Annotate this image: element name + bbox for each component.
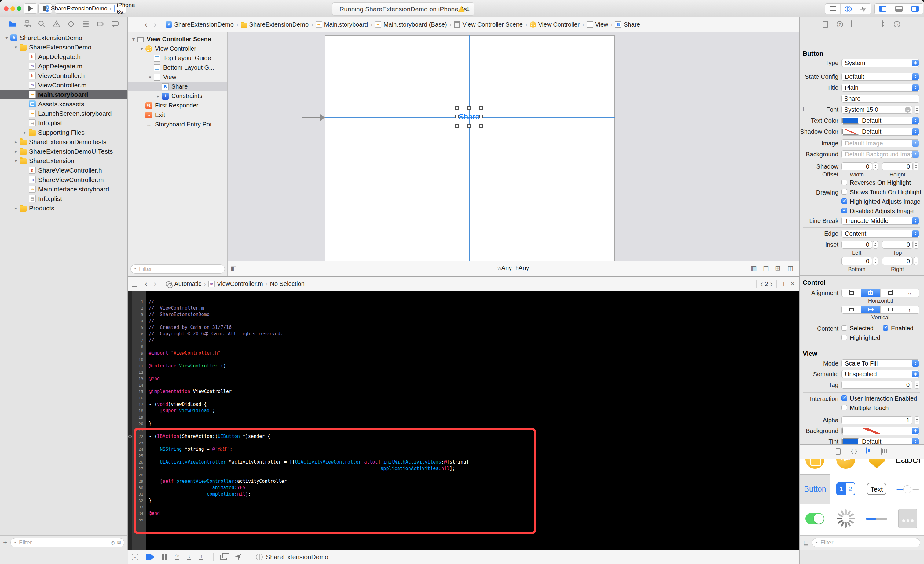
test-navigator-tab[interactable] [67,20,75,29]
shows-touch-on-highlight-checkbox[interactable] [842,189,847,194]
report-navigator-tab[interactable] [111,20,119,29]
back-button[interactable]: ‹ [142,279,151,289]
breadcrumb-item[interactable]: ViewController.m [208,280,263,287]
forward-button[interactable]: › [151,279,159,289]
breadcrumb-item[interactable]: ShareExtensionDemo [166,21,234,28]
library-item-progress-view[interactable] [861,504,892,534]
stepper[interactable] [914,162,918,171]
library-item-button[interactable]: Button [800,474,831,504]
stepper[interactable] [914,257,918,265]
pause-button[interactable] [162,554,167,560]
outline-row[interactable]: ▾View Controller [128,44,227,54]
file-row[interactable]: Info.plist [0,118,128,128]
outline-row[interactable]: Top Layout Guide [128,54,227,63]
entry-point-arrow[interactable] [303,117,321,118]
selection-handle[interactable] [467,124,471,128]
zoom-window-button[interactable] [17,6,21,11]
file-row[interactable]: ▸Products [0,203,128,213]
outline-filter-field[interactable]: ◓ Filter [130,265,225,274]
find-navigator-tab[interactable] [38,20,46,29]
next-counterpart-button[interactable]: › [768,279,775,289]
file-row[interactable]: ViewController.h [0,71,128,80]
library-filter-field[interactable]: ◓ Filter [812,538,920,547]
stepper[interactable] [915,381,920,389]
outline-row[interactable]: Storyboard Entry Poi... [128,120,227,129]
library-view-toggle-icon[interactable]: ▤ [803,539,809,546]
alignment-segment[interactable]: ↔ [900,289,920,296]
alignment-segment[interactable] [842,289,861,296]
horizontal-alignment-control[interactable]: ↔ [842,289,920,297]
run-button[interactable] [24,3,37,14]
outline-row[interactable]: Share [128,82,227,91]
library-item-avplayer-controller[interactable]: «▶» [831,459,861,474]
left-field[interactable]: 0 [842,241,872,248]
disclosure-triangle[interactable]: ▸ [12,205,20,211]
file-row[interactable]: ▸ShareExtensionDemoUITests [0,147,128,156]
file-row[interactable]: Main.storyboard [0,90,128,99]
outline-row[interactable]: ▸Constraints [128,91,227,101]
resolve-issues-icon[interactable]: ◫ [788,265,794,272]
type-dropdown[interactable]: System [842,59,920,67]
disabled-adjusts-image-checkbox[interactable] [842,208,847,214]
step-out-button[interactable]: ↑ [199,554,204,560]
disclosure-triangle[interactable]: ▾ [12,158,20,164]
disclosure-triangle[interactable]: ▸ [154,93,162,99]
selection-handle[interactable] [479,106,483,110]
toggle-inspector-button[interactable] [907,4,923,14]
bottom-field[interactable]: 0 [842,257,872,265]
enabled-checkbox[interactable] [883,325,888,331]
outline-row[interactable]: First Responder [128,101,227,110]
quick-help-inspector-tab[interactable]: ? [837,21,843,27]
process-name[interactable]: ShareExtensionDemo [266,553,328,561]
title-dropdown[interactable]: Plain [842,84,920,91]
file-inspector-tab[interactable] [823,21,828,28]
stepper[interactable] [915,416,920,424]
alignment-segment[interactable] [880,306,900,313]
reverses-on-highlight-checkbox[interactable] [842,180,847,185]
library-item-label[interactable]: Label [892,459,923,474]
library-item-view-controller[interactable] [800,459,831,474]
title-text-field[interactable]: Share [842,95,920,103]
toggle-navigator-button[interactable] [875,4,891,14]
width-field[interactable]: 0 [842,162,872,171]
file-row[interactable]: ViewController.m [0,80,128,90]
stepper[interactable] [873,162,878,171]
back-button[interactable]: ‹ [142,20,151,29]
outline-row[interactable]: Exit [128,110,227,120]
file-row[interactable]: ▾ShareExtensionDemo [0,42,128,52]
simulate-location-button[interactable] [235,554,241,560]
color-swatch[interactable] [842,428,900,434]
color-swatch[interactable] [842,118,859,124]
scheme-selector[interactable]: A ShareExtensionDemo › iPhone 6s [55,3,126,14]
disclosure-triangle[interactable]: ▾ [130,37,137,42]
selection-handle[interactable] [455,106,459,110]
library-item-switch[interactable] [800,504,831,534]
alignment-segment[interactable] [861,289,881,296]
stepper[interactable] [915,106,920,114]
flagged-icon[interactable]: ⊠ [117,540,121,545]
step-over-button[interactable]: ↷ [175,554,179,560]
disclosure-triangle[interactable]: ▾ [138,46,146,52]
add-attribute-icon[interactable]: + [801,105,806,113]
library-item-segmented-control[interactable]: 12 [831,474,861,504]
close-editor-button[interactable]: × [789,280,799,288]
highlighted-adjusts-image-checkbox[interactable] [842,199,847,204]
breadcrumb-item[interactable]: Main.storyboard (Base) [375,21,447,28]
disclosure-triangle[interactable]: ▸ [21,130,29,135]
breadcrumb-item[interactable]: Automatic [166,280,201,287]
user-interaction-enabled-checkbox[interactable] [842,395,847,401]
identity-inspector-tab[interactable] [850,21,852,27]
forward-button[interactable]: › [151,20,159,29]
close-window-button[interactable] [4,6,9,11]
file-row[interactable]: ▸Supporting Files [0,128,128,137]
add-editor-button[interactable]: + [778,279,789,289]
object-library-tab[interactable] [866,447,867,454]
activity-viewer[interactable]: Running ShareExtensionDemo on iPhone 6s … [332,3,474,16]
symbol-navigator-tab[interactable] [23,20,31,29]
vertical-alignment-control[interactable]: ↕ [842,306,920,314]
media-library-tab[interactable] [881,448,882,455]
source-editor[interactable]: 1//2// ViewController.m3// ShareExtensio… [128,291,799,550]
multiple-touch-checkbox[interactable] [842,405,847,410]
disclosure-triangle[interactable]: ▸ [12,149,20,154]
breadcrumb-item[interactable]: View Controller Scene [454,21,523,28]
